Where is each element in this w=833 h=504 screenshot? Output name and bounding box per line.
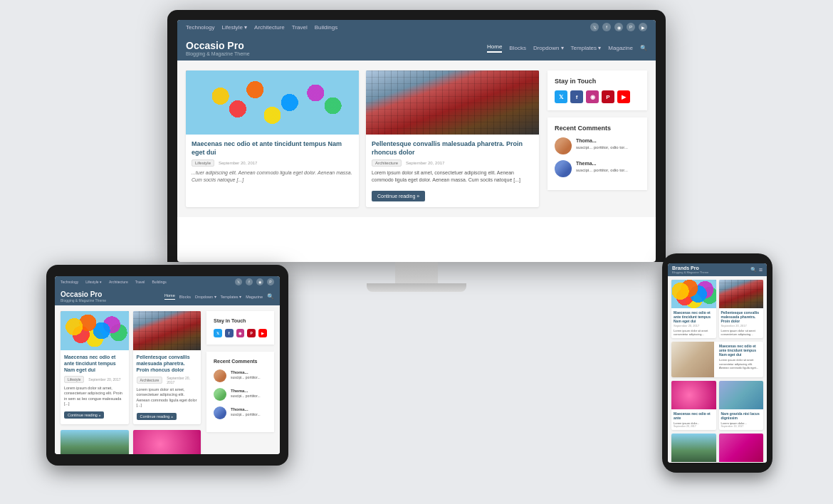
t-nav-bldg[interactable]: Buildings: [152, 280, 166, 284]
phone-post-4-thumb: [719, 381, 764, 409]
t-search-icon[interactable]: 🔍: [267, 293, 274, 300]
t-twitter-icon[interactable]: 𝕏: [235, 278, 242, 285]
t-nav-magazine[interactable]: Magazine: [246, 295, 263, 299]
monitor-stand-base: [367, 283, 466, 292]
post-2-date: September 20, 2017: [406, 161, 444, 165]
tablet-post-1: Maecenas nec odio et ante tincidunt temp…: [61, 311, 129, 424]
search-icon-nav[interactable]: 🔍: [640, 45, 647, 51]
pinterest-icon-top[interactable]: P: [627, 23, 635, 31]
sidebar: Stay in Touch 𝕏 f ◉ P ▶ Rece: [548, 70, 647, 207]
tablet-post-2-meta: Architecture September 20, 2017: [137, 376, 198, 384]
nav-blocks[interactable]: Blocks: [509, 45, 526, 51]
tablet-post-2-tag: Architecture: [137, 377, 163, 384]
phone-search-icon[interactable]: 🔍: [750, 267, 757, 273]
nav-home[interactable]: Home: [487, 43, 502, 53]
phone-post-5: Pellentesque convallis malesuada pharetr…: [671, 434, 716, 463]
tab-yt[interactable]: ▶: [258, 329, 267, 337]
tablet-post-1-info: Maecenas nec odio et ante tincidunt temp…: [61, 350, 129, 423]
tablet-top-nav: Technology Lifestyle ▾ Architecture Trav…: [55, 276, 280, 288]
t-facebook-icon[interactable]: f: [246, 278, 253, 285]
nav-buildings[interactable]: Buildings: [315, 24, 337, 31]
post-2-thumbnail: [366, 70, 539, 135]
nav-travel[interactable]: Travel: [292, 24, 308, 31]
t-nav-templates[interactable]: Templates ▾: [221, 295, 242, 299]
tablet-posts: Maecenas nec odio et ante tincidunt temp…: [61, 311, 201, 454]
post-2-excerpt: Lorem ipsum dolor sit amet, consectetuer…: [372, 169, 533, 184]
phone-post-3-title: Maecenas nec odio et ante: [674, 411, 714, 420]
tablet-avatar-3: [214, 406, 226, 419]
t-nav-life[interactable]: Lifestyle ▾: [85, 280, 102, 284]
comment-item-1: Thoma... suscipi... porttitor, odio tor.…: [555, 137, 640, 154]
phone-post-2: Pellentesque convallis malesuada pharetr…: [719, 280, 764, 338]
phone-content: Maecenas nec odio et ante tincidunt temp…: [668, 276, 767, 463]
t-nav-home[interactable]: Home: [164, 293, 175, 300]
tablet-post-4-thumb: [133, 430, 201, 454]
sidebar-facebook-icon[interactable]: f: [570, 90, 583, 103]
nav-lifestyle[interactable]: Lifestyle: [221, 24, 247, 31]
nav-dropdown[interactable]: Dropdown: [533, 45, 564, 51]
phone-post-1-info: Maecenas nec odio et ante tincidunt temp…: [671, 308, 716, 338]
tab-fb[interactable]: f: [225, 329, 234, 337]
phone-post-3-date: September 20, 2017: [674, 425, 714, 428]
phone-post-wide-title: Maecenas nec odio et ante tincidunt temp…: [719, 344, 761, 357]
tablet-posts-row2: Nam gravida nisi lacus, nec dignissim to…: [61, 430, 201, 454]
tablet-stay-in-touch: Stay in Touch 𝕏 f ◉ P ▶: [206, 311, 274, 345]
post-1-thumbnail: [186, 70, 359, 135]
phone-post-1-title: Maecenas nec odio et ante tincidunt temp…: [674, 310, 714, 323]
phone-logo: Brands Pro Blogging & Magazine Theme: [672, 266, 708, 274]
tablet-comments-title: Recent Comments: [214, 359, 267, 364]
sidebar-instagram-icon[interactable]: ◉: [586, 90, 599, 103]
post-1-meta: Lifestyle September 20, 2017: [192, 159, 353, 167]
t-nav-dropdown[interactable]: Dropdown ▾: [195, 295, 216, 299]
t-pinterest-icon[interactable]: P: [267, 278, 274, 285]
t-nav-trav[interactable]: Travel: [135, 280, 145, 284]
phone-post-wide-info: Maecenas nec odio et ante tincidunt temp…: [717, 342, 763, 377]
site-tagline: Blogging & Magazine Theme: [186, 51, 250, 56]
tablet-post-4: Maecenas molestie vit, iaculis pharetra …: [133, 430, 201, 454]
nav-technology[interactable]: Technology: [186, 24, 214, 31]
continue-reading-button[interactable]: Continue reading »: [372, 191, 425, 201]
social-icons-top: 𝕏 f ◉ P ▶: [590, 23, 647, 31]
sidebar-pinterest-icon[interactable]: P: [602, 90, 614, 103]
tablet-sidebar: Stay in Touch 𝕏 f ◉ P ▶ Recent Comments: [206, 311, 274, 454]
phone-post-6-thumb: [719, 434, 764, 462]
phone-post-1-excerpt: Lorem ipsum dolor sit amet consectetur a…: [674, 329, 714, 336]
main-navigation: Home Blocks Dropdown Templates Magazine …: [487, 43, 647, 53]
tablet-post-2: Pellentesque convallis malesuada pharetr…: [133, 311, 201, 424]
tab-tw[interactable]: 𝕏: [214, 329, 222, 337]
tablet-post-1-meta: Lifestyle September 20, 2017: [64, 376, 125, 383]
facebook-icon-top[interactable]: f: [602, 23, 611, 31]
tab-ig[interactable]: ◉: [236, 329, 245, 337]
nav-architecture[interactable]: Architecture: [254, 24, 285, 31]
site-logo: Occasio Pro Blogging & Magazine Theme: [186, 40, 250, 56]
tablet-comment-text-1: Thoma... suscipi... porttitor...: [231, 369, 261, 380]
tablet-continue-1[interactable]: Continue reading »: [64, 411, 104, 419]
phone-posts-row1: Maecenas nec odio et ante tincidunt temp…: [671, 280, 763, 338]
post-2-meta: Architecture September 20, 2017: [372, 159, 533, 167]
t-nav-tech[interactable]: Technology: [61, 280, 78, 284]
t-nav-arch[interactable]: Architecture: [109, 280, 128, 284]
t-instagram-icon[interactable]: ◉: [256, 278, 263, 285]
tab-pi[interactable]: P: [247, 329, 256, 337]
phone-post-6-info: Maecenas molestie vit iaculis pharetra L…: [719, 462, 764, 463]
nav-magazine[interactable]: Magazine: [608, 45, 633, 51]
phone-site-name: Brands Pro: [672, 266, 708, 271]
youtube-icon-top[interactable]: ▶: [639, 23, 647, 31]
widget-title-social: Stay in Touch: [555, 78, 640, 85]
tablet-post-1-thumb: [61, 311, 129, 350]
t-nav-blocks[interactable]: Blocks: [179, 295, 191, 299]
sidebar-youtube-icon[interactable]: ▶: [617, 90, 630, 103]
post-2-info: Pellentesque convallis malesuada pharetr…: [366, 135, 539, 207]
phone-post-4: Nam gravida nisi lacus dignissim Lorem i…: [719, 381, 764, 430]
instagram-icon-top[interactable]: ◉: [614, 23, 623, 31]
tablet-continue-2[interactable]: Continue reading »: [137, 413, 177, 420]
phone-site-tagline: Blogging & Magazine Theme: [672, 271, 708, 274]
tablet-post-1-tag: Lifestyle: [64, 376, 84, 383]
phone-post-1: Maecenas nec odio et ante tincidunt temp…: [671, 280, 716, 338]
top-nav-bar: Technology Lifestyle Architecture Travel…: [177, 20, 656, 34]
twitter-icon-top[interactable]: 𝕏: [590, 23, 599, 31]
sidebar-twitter-icon[interactable]: 𝕏: [555, 90, 567, 103]
tablet-post-2-thumb: [133, 311, 201, 350]
nav-templates[interactable]: Templates: [571, 45, 602, 51]
phone-menu-icon[interactable]: ≡: [759, 266, 763, 273]
